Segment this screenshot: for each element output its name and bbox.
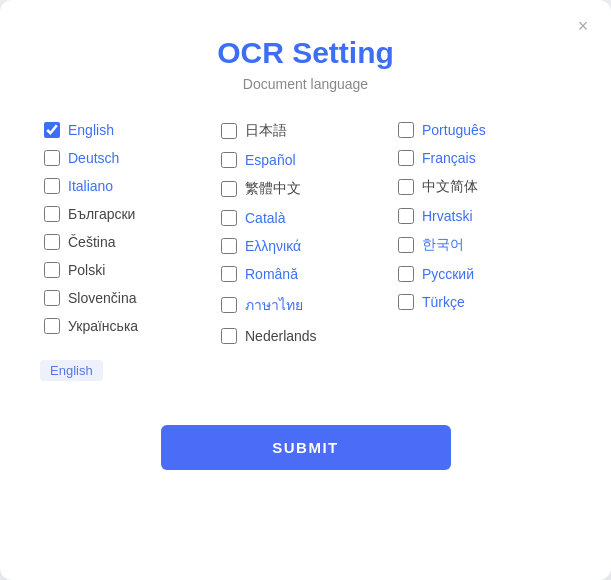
language-label-trad-chin: 繁體中文	[245, 180, 301, 198]
language-item-spanish[interactable]: Español	[217, 150, 394, 170]
language-item-portuguese[interactable]: Português	[394, 120, 571, 140]
close-button[interactable]: ×	[573, 16, 593, 36]
language-item-italiano[interactable]: Italiano	[40, 176, 217, 196]
checkbox-portuguese[interactable]	[398, 122, 414, 138]
language-item-simp-chin[interactable]: 中文简体	[394, 176, 571, 198]
language-label-romanian: Română	[245, 266, 298, 282]
checkbox-bulgarian[interactable]	[44, 206, 60, 222]
language-item-dutch[interactable]: Nederlands	[217, 326, 394, 346]
language-item-trad-chin[interactable]: 繁體中文	[217, 178, 394, 200]
checkbox-thai[interactable]	[221, 297, 237, 313]
language-label-spanish: Español	[245, 152, 296, 168]
language-item-czech[interactable]: Čeština	[40, 232, 217, 252]
selected-tags-area: English	[40, 356, 571, 401]
language-item-ukrainian[interactable]: Українська	[40, 316, 217, 336]
checkbox-english[interactable]	[44, 122, 60, 138]
language-item-polish[interactable]: Polski	[40, 260, 217, 280]
language-label-bulgarian: Български	[68, 206, 135, 222]
language-item-english[interactable]: English	[40, 120, 217, 140]
language-item-bulgarian[interactable]: Български	[40, 204, 217, 224]
checkbox-italiano[interactable]	[44, 178, 60, 194]
language-item-romanian[interactable]: Română	[217, 264, 394, 284]
language-item-deutsch[interactable]: Deutsch	[40, 148, 217, 168]
language-label-greek: Ελληνικά	[245, 238, 301, 254]
language-label-dutch: Nederlands	[245, 328, 317, 344]
language-label-korean: 한국어	[422, 236, 464, 254]
language-label-portuguese: Português	[422, 122, 486, 138]
language-label-slovak: Slovenčina	[68, 290, 137, 306]
language-label-czech: Čeština	[68, 234, 115, 250]
language-label-deutsch: Deutsch	[68, 150, 119, 166]
submit-area: SUBMIT	[40, 425, 571, 470]
dialog-title: OCR Setting	[40, 36, 571, 70]
language-label-french: Français	[422, 150, 476, 166]
checkbox-french[interactable]	[398, 150, 414, 166]
checkbox-deutsch[interactable]	[44, 150, 60, 166]
language-item-thai[interactable]: ภาษาไทย	[217, 292, 394, 318]
language-item-catalan[interactable]: Català	[217, 208, 394, 228]
language-label-simp-chin: 中文简体	[422, 178, 478, 196]
language-label-ukrainian: Українська	[68, 318, 138, 334]
language-item-russian[interactable]: Русский	[394, 264, 571, 284]
checkbox-polish[interactable]	[44, 262, 60, 278]
ocr-setting-dialog: × OCR Setting Document language EnglishD…	[0, 0, 611, 580]
language-label-italiano: Italiano	[68, 178, 113, 194]
language-label-polish: Polski	[68, 262, 105, 278]
checkbox-turkish[interactable]	[398, 294, 414, 310]
language-item-turkish[interactable]: Türkçe	[394, 292, 571, 312]
language-label-thai: ภาษาไทย	[245, 294, 303, 316]
checkbox-croatian[interactable]	[398, 208, 414, 224]
checkbox-russian[interactable]	[398, 266, 414, 282]
checkbox-spanish[interactable]	[221, 152, 237, 168]
submit-button[interactable]: SUBMIT	[161, 425, 451, 470]
checkbox-romanian[interactable]	[221, 266, 237, 282]
language-item-greek[interactable]: Ελληνικά	[217, 236, 394, 256]
checkbox-greek[interactable]	[221, 238, 237, 254]
checkbox-czech[interactable]	[44, 234, 60, 250]
language-item-korean[interactable]: 한국어	[394, 234, 571, 256]
language-label-japanese: 日本語	[245, 122, 287, 140]
checkbox-slovak[interactable]	[44, 290, 60, 306]
language-label-russian: Русский	[422, 266, 474, 282]
language-label-croatian: Hrvatski	[422, 208, 473, 224]
language-item-croatian[interactable]: Hrvatski	[394, 206, 571, 226]
language-item-japanese[interactable]: 日本語	[217, 120, 394, 142]
language-label-turkish: Türkçe	[422, 294, 465, 310]
checkbox-catalan[interactable]	[221, 210, 237, 226]
language-item-french[interactable]: Français	[394, 148, 571, 168]
selected-language-tag: English	[40, 360, 103, 381]
checkbox-japanese[interactable]	[221, 123, 237, 139]
checkbox-dutch[interactable]	[221, 328, 237, 344]
language-label-english: English	[68, 122, 114, 138]
checkbox-simp-chin[interactable]	[398, 179, 414, 195]
language-column-1: 日本語Español繁體中文CatalàΕλληνικάRomânăภาษาไท…	[217, 120, 394, 346]
checkbox-trad-chin[interactable]	[221, 181, 237, 197]
language-column-0: EnglishDeutschItalianoБългарскиČeštinaPo…	[40, 120, 217, 346]
language-column-2: PortuguêsFrançais中文简体Hrvatski한국어РусскийT…	[394, 120, 571, 346]
checkbox-ukrainian[interactable]	[44, 318, 60, 334]
checkbox-korean[interactable]	[398, 237, 414, 253]
language-item-slovak[interactable]: Slovenčina	[40, 288, 217, 308]
language-label-catalan: Català	[245, 210, 285, 226]
dialog-subtitle: Document language	[40, 76, 571, 92]
